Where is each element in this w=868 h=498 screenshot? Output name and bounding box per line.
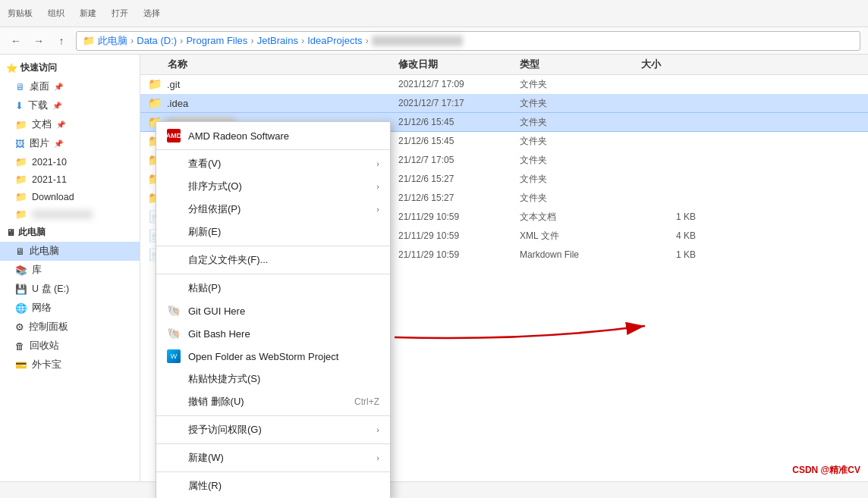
context-menu-item-gitbash[interactable]: 🐚Git Bash Here [156, 322, 390, 345]
sidebar-item-extracard[interactable]: 💳 外卡宝 [0, 355, 140, 374]
context-menu-item-view[interactable]: 查看(V)› [156, 152, 390, 175]
empty-icon [167, 281, 181, 295]
header-type: 类型 [520, 58, 641, 71]
sidebar-item-udisk[interactable]: 💾 U 盘 (E:) [0, 280, 140, 299]
sidebar-item-network[interactable]: 🌐 网络 [0, 299, 140, 318]
sidebar-quick-access[interactable]: ⭐ 快速访问 [0, 58, 140, 77]
folder-icon: 📁 [148, 77, 162, 91]
empty-icon [167, 225, 181, 239]
empty-icon [167, 395, 181, 409]
address-path[interactable]: 📁 此电脑 › Data (D:) › Program Files › JetB… [76, 31, 860, 51]
context-menu-label: 刷新(E) [188, 225, 221, 239]
folder-icon: 📁 [148, 96, 162, 110]
sidebar-item-2021-11[interactable]: 📁 2021-11 [0, 171, 140, 188]
context-menu-item-props[interactable]: 属性(R) [156, 475, 390, 497]
file-type-cell: Markdown File [520, 249, 641, 260]
up-button[interactable]: ↑ [53, 33, 70, 49]
context-menu-label: 分组依据(P) [188, 202, 241, 216]
path-jetbrains[interactable]: JetBrains [257, 35, 298, 46]
context-menu-separator [156, 274, 390, 274]
recycle-icon: 🗑 [15, 341, 25, 352]
file-size-cell: 4 KB [641, 230, 702, 241]
context-menu-label: Open Folder as WebStorm Project [188, 351, 338, 362]
ribbon-organize-label: 组织 [48, 8, 64, 19]
context-menu-item-pasteshortcut[interactable]: 粘贴快捷方式(S) [156, 368, 390, 390]
file-type-cell: 文本文档 [520, 211, 641, 224]
submenu-arrow-icon: › [376, 453, 379, 462]
ribbon-open-label: 打开 [112, 8, 128, 19]
file-date-cell: 21/11/29 10:59 [398, 211, 520, 222]
context-menu-item-customize[interactable]: 自定义文件夹(F)... [156, 249, 390, 271]
folder-2021-10-icon: 📁 [15, 156, 27, 168]
file-date-cell: 21/11/29 10:59 [398, 249, 520, 260]
download-icon: ⬇ [15, 100, 24, 111]
context-menu-item-group[interactable]: 分组依据(P)› [156, 198, 390, 221]
ribbon: 剪贴板 组织 新建 打开 选择 [0, 0, 868, 27]
sidebar-item-pics[interactable]: 🖼 图片 📌 [0, 134, 140, 153]
sidebar-item-recycle[interactable]: 🗑 回收站 [0, 337, 140, 355]
file-date-cell: 21/12/6 15:45 [398, 136, 520, 146]
sidebar-desktop-section[interactable]: 🖥 此电脑 [0, 223, 140, 242]
file-size-cell: 1 KB [641, 211, 702, 222]
context-menu-item-paste[interactable]: 粘贴(P) [156, 277, 390, 299]
sidebar-item-download[interactable]: ⬇ 下载 📌 [0, 96, 140, 115]
context-menu-separator [156, 246, 390, 246]
path-programfiles[interactable]: Program Files [186, 35, 247, 46]
empty-icon [167, 423, 181, 437]
control-panel-icon: ⚙ [15, 321, 24, 333]
context-menu-label: 排序方式(O) [188, 180, 242, 193]
context-menu-item-gitgui[interactable]: 🐚Git GUI Here [156, 299, 390, 322]
sidebar-item-thispc[interactable]: 🖥 此电脑 [0, 242, 140, 261]
path-folder-icon: 📁 [83, 35, 95, 46]
sidebar-item-blurred[interactable]: 📁 [0, 205, 140, 223]
udisk-icon: 💾 [15, 283, 27, 295]
monitor-icon: 🖥 [6, 227, 15, 238]
forward-button[interactable]: → [30, 33, 47, 49]
file-date-cell: 2021/12/7 17:09 [398, 79, 520, 89]
context-menu-label: 自定义文件夹(F)... [188, 253, 268, 267]
file-type-cell: 文件夹 [520, 154, 641, 167]
context-menu-item-undo[interactable]: 撤销 删除(U)Ctrl+Z [156, 390, 390, 413]
sidebar-item-2021-10[interactable]: 📁 2021-10 [0, 153, 140, 171]
context-menu-item-amd[interactable]: AMDAMD Radeon Software [156, 124, 390, 147]
sidebar-item-desktop[interactable]: 🖥 桌面 📌 [0, 77, 140, 96]
context-menu-item-sort[interactable]: 排序方式(O)› [156, 175, 390, 198]
header-size: 大小 [641, 58, 702, 71]
path-thispc[interactable]: 此电脑 [98, 34, 127, 48]
context-menu-label: Git Bash Here [188, 328, 250, 340]
file-date-cell: 21/11/29 10:59 [398, 230, 520, 241]
sidebar-item-docs[interactable]: 📁 文档 📌 [0, 115, 140, 134]
sidebar-item-lib[interactable]: 📚 库 [0, 261, 140, 280]
context-menu-label: Git GUI Here [188, 305, 245, 317]
file-date-cell: 21/12/6 15:45 [398, 117, 520, 127]
empty-icon [167, 372, 181, 386]
context-menu-item-webstorm[interactable]: WOpen Folder as WebStorm Project [156, 345, 390, 368]
context-menu-label: 查看(V) [188, 157, 221, 171]
pin-icon-desktop: 📌 [54, 83, 63, 91]
path-blurred [372, 36, 463, 46]
gitgui-icon: 🐚 [167, 304, 181, 318]
file-date-cell: 21/12/6 15:27 [398, 174, 520, 184]
empty-icon [167, 479, 181, 493]
context-menu-item-new[interactable]: 新建(W)› [156, 446, 390, 469]
path-datad[interactable]: Data (D:) [137, 35, 177, 46]
pics-icon: 🖼 [15, 139, 25, 149]
context-menu-item-refresh[interactable]: 刷新(E) [156, 221, 390, 243]
empty-icon [167, 157, 181, 171]
chevron-icon: ⭐ [6, 63, 17, 74]
extracard-icon: 💳 [15, 359, 27, 371]
table-row[interactable]: 📁.git2021/12/7 17:09文件夹 [140, 75, 868, 94]
table-row[interactable]: 📁.idea2021/12/7 17:17文件夹 [140, 94, 868, 113]
context-menu-separator [156, 443, 390, 444]
ws-icon: W [167, 349, 181, 363]
context-menu-item-access[interactable]: 授予访问权限(G)› [156, 418, 390, 441]
file-type-cell: XML 文件 [520, 230, 641, 243]
sidebar-item-control-panel[interactable]: ⚙ 控制面板 [0, 318, 140, 337]
back-button[interactable]: ← [8, 33, 24, 49]
path-ideaprojects[interactable]: IdeaProjects [307, 35, 362, 46]
context-menu-label: 属性(R) [188, 479, 222, 493]
sidebar-item-download2[interactable]: 📁 Download [0, 188, 140, 205]
empty-icon [167, 253, 181, 267]
blurred-folder-icon: 📁 [15, 208, 27, 220]
context-menu-label: 新建(W) [188, 451, 224, 465]
